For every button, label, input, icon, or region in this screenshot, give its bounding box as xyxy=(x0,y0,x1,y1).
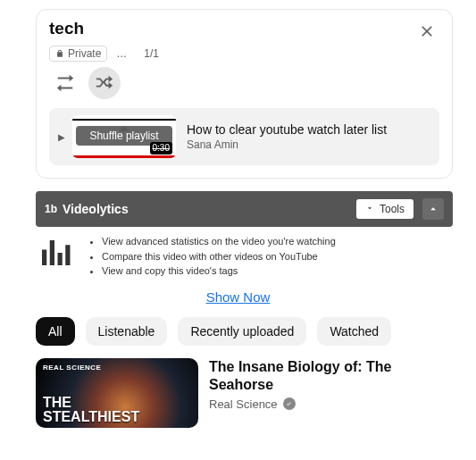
close-icon[interactable] xyxy=(414,19,439,44)
video-list-item[interactable]: REAL SCIENCE THE STEALTHIEST The Insane … xyxy=(36,358,453,428)
tools-label: Tools xyxy=(380,203,405,215)
playlist-meta-ellipsis: … xyxy=(116,47,128,60)
videolytics-logo-icon: 1b xyxy=(45,203,57,215)
loop-button[interactable] xyxy=(49,67,81,99)
chip-all[interactable]: All xyxy=(36,317,75,346)
video-duration: 0:30 xyxy=(150,142,172,155)
thumbnail-channel-tag: REAL SCIENCE xyxy=(43,364,101,372)
tools-button[interactable]: Tools xyxy=(356,199,413,219)
videolytics-bar: 1b Videolytics Tools xyxy=(36,191,453,227)
feature-item: View and copy this video's tags xyxy=(102,263,336,279)
playlist-card: tech Private … 1/1 ▶ Shuffle playlist 0:… xyxy=(36,9,453,179)
video-thumbnail: REAL SCIENCE THE STEALTHIEST xyxy=(36,358,198,428)
video-channel-row: Real Science xyxy=(209,397,453,411)
playlist-index: 1/1 xyxy=(144,47,159,60)
video-title: The Insane Biology of: The Seahorse xyxy=(209,358,453,394)
playlist-item[interactable]: ▶ Shuffle playlist 0:30 How to clear you… xyxy=(49,108,439,165)
caret-down-icon xyxy=(365,203,374,215)
now-playing-indicator-icon: ▶ xyxy=(58,132,65,142)
chip-watched[interactable]: Watched xyxy=(317,317,391,346)
shuffle-button[interactable] xyxy=(88,67,121,99)
chip-recently-uploaded[interactable]: Recently uploaded xyxy=(178,317,306,346)
playlist-meta: Private … 1/1 xyxy=(49,46,439,62)
verified-badge-icon xyxy=(283,397,296,410)
bar-chart-icon xyxy=(36,234,73,275)
videolytics-feature-list: View advanced statistics on the video yo… xyxy=(86,234,336,279)
chevron-up-icon xyxy=(427,203,439,215)
videolytics-body: View advanced statistics on the video yo… xyxy=(36,234,453,279)
feature-item: View advanced statistics on the video yo… xyxy=(102,234,336,249)
privacy-chip[interactable]: Private xyxy=(49,46,107,62)
chip-listenable[interactable]: Listenable xyxy=(86,317,168,346)
collapse-button[interactable] xyxy=(422,198,444,220)
playlist-item-author: Sana Amin xyxy=(187,138,430,151)
video-texts: The Insane Biology of: The Seahorse Real… xyxy=(209,358,453,428)
videolytics-brand-text: Videolytics xyxy=(63,202,129,216)
playlist-header: tech xyxy=(49,19,439,44)
playlist-item-title: How to clear youtube watch later list xyxy=(187,122,430,137)
feature-item: Compare this video with other videos on … xyxy=(102,249,336,264)
filter-chips: All Listenable Recently uploaded Watched xyxy=(36,317,453,346)
thumbnail-overlay-text: THE STEALTHIEST xyxy=(43,396,139,424)
thumbnail-overlay-line: STEALTHIEST xyxy=(43,410,139,424)
show-now-link[interactable]: Show Now xyxy=(0,289,476,305)
thumbnail-overlay-line: THE xyxy=(43,396,139,410)
privacy-label: Private xyxy=(68,47,101,60)
playlist-title: tech xyxy=(49,19,84,38)
playlist-controls xyxy=(49,67,439,99)
lock-icon xyxy=(55,49,64,58)
playlist-item-texts: How to clear youtube watch later list Sa… xyxy=(187,122,430,151)
video-channel-name[interactable]: Real Science xyxy=(209,397,278,411)
playlist-item-thumbnail: Shuffle playlist 0:30 xyxy=(72,115,176,158)
videolytics-brand: 1b Videolytics xyxy=(45,202,129,216)
